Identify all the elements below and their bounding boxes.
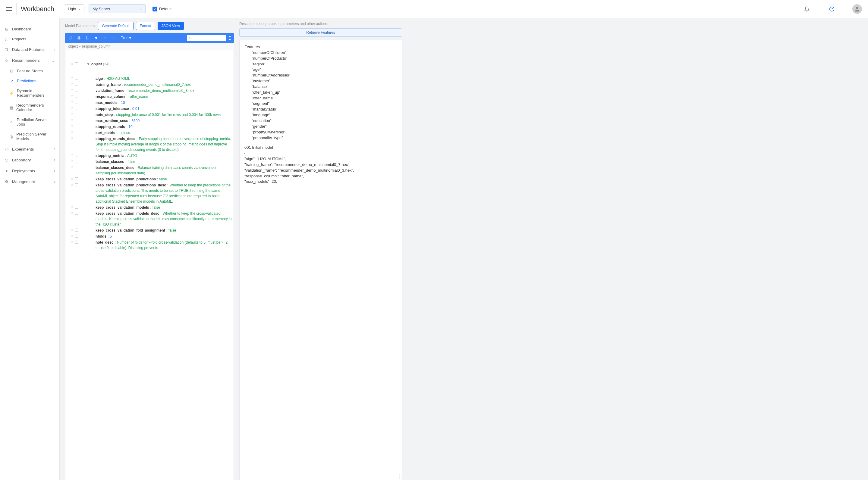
row-checkbox[interactable] — [75, 183, 78, 186]
theme-select[interactable]: Light — [64, 4, 84, 13]
expand-all-icon[interactable]: ⇵ — [67, 35, 73, 41]
json-row[interactable]: ⠿stopping_rounds:10 — [67, 124, 232, 130]
sidebar-item-data-features[interactable]: ⇅Data and Features‹ — [0, 44, 59, 55]
row-checkbox[interactable] — [75, 137, 78, 140]
server-select[interactable]: My Server — [89, 4, 146, 13]
json-row[interactable]: ⠿keep_cross_validation_models:false — [67, 204, 232, 210]
json-row[interactable]: ⠿response_column:offer_name — [67, 94, 232, 100]
json-row[interactable]: ⠿note_stop:stopping_tolerance of 0.001 f… — [67, 112, 232, 118]
json-row[interactable]: ⠿training_frame:recommender_demo_multino… — [67, 81, 232, 88]
sidebar-item-label: Experiments — [12, 147, 34, 151]
collapse-icon[interactable]: ▼ — [87, 62, 90, 66]
sidebar-item-label: Laboratory — [12, 158, 31, 162]
resize-handle[interactable]: ⋰ — [397, 475, 401, 479]
sidebar-item-management[interactable]: ⚙Management‹ — [0, 176, 59, 187]
deploy-icon: ➤ — [4, 169, 9, 173]
json-row[interactable]: ⠿stopping_metric:AUTO — [67, 153, 232, 159]
feature-item: "segment" — [244, 101, 397, 107]
row-checkbox[interactable] — [75, 241, 78, 244]
format-button[interactable]: Format — [136, 22, 155, 30]
trend-icon: ↗ — [9, 78, 14, 83]
json-row[interactable]: ⠿sort_metric:logloss — [67, 130, 232, 136]
row-checkbox[interactable] — [75, 229, 78, 232]
row-checkbox[interactable] — [75, 89, 78, 92]
bell-icon[interactable] — [802, 4, 811, 13]
search-nav-icons[interactable]: ▼▲ — [228, 36, 231, 40]
menu-icon[interactable] — [6, 6, 12, 12]
undo-icon[interactable]: ↶ — [102, 35, 108, 41]
sidebar-item-deployments[interactable]: ➤Deployments‹ — [0, 165, 59, 176]
model-line: { — [244, 150, 397, 156]
sidebar-item-feature-stores[interactable]: ⊟Feature Stores — [0, 66, 59, 76]
redo-icon[interactable]: ↷ — [110, 35, 116, 41]
row-checkbox[interactable] — [75, 107, 78, 110]
search-input[interactable] — [187, 35, 226, 41]
row-checkbox[interactable] — [75, 62, 78, 65]
row-checkbox[interactable] — [75, 113, 78, 116]
row-checkbox[interactable] — [75, 83, 78, 86]
json-row[interactable]: ⠿stopping_tolerance:0.01 — [67, 106, 232, 112]
json-row[interactable]: ⠿max_models:10 — [67, 100, 232, 106]
sidebar-item-projects[interactable]: ▢Projects — [0, 34, 59, 44]
json-row[interactable]: ⠿keep_cross_validation_predictions:false — [67, 176, 232, 182]
header-right — [802, 4, 862, 14]
json-row[interactable]: ⠿nfolds:5 — [67, 233, 232, 239]
chevron-down-icon: ⌄ — [51, 58, 55, 63]
sidebar-item-dashboard[interactable]: ⊞Dashboard — [0, 24, 59, 34]
sidebar-item-label: Recommenders — [12, 58, 40, 63]
row-checkbox[interactable] — [75, 177, 78, 180]
json-view-button[interactable]: JSON View — [158, 22, 184, 30]
filter-icon[interactable]: ▼ — [93, 35, 99, 41]
json-row[interactable]: ⠿validation_frame:recommender_demo_multi… — [67, 88, 232, 94]
breadcrumb-part[interactable]: response_column — [82, 44, 111, 48]
row-checkbox[interactable] — [75, 206, 78, 209]
sort-icon[interactable]: ⇅ — [84, 35, 90, 41]
json-row[interactable]: ⠿keep_cross_validation_fold_assignment:f… — [67, 227, 232, 233]
row-checkbox[interactable] — [75, 101, 78, 104]
sidebar-item-recommenders[interactable]: ☺Recommenders⌄ — [0, 55, 59, 66]
sidebar-item-prediction-server-jobs[interactable]: ○Prediction Server Jobs — [0, 115, 59, 129]
json-row[interactable]: ⠿keep_cross_validation_predictions_desc:… — [67, 182, 232, 204]
breadcrumb-part[interactable]: object — [68, 44, 78, 48]
sidebar-item-recommenders-calendar[interactable]: ▦Recommenders Calendar — [0, 100, 59, 115]
sidebar-item-label: Dashboard — [12, 27, 31, 31]
row-checkbox[interactable] — [75, 119, 78, 122]
sidebar-item-laboratory[interactable]: ▽Laboratory‹ — [0, 155, 59, 165]
row-checkbox[interactable] — [75, 166, 78, 169]
row-checkbox[interactable] — [75, 125, 78, 128]
json-row[interactable]: ⠿balance_classes:false — [67, 159, 232, 165]
user-avatar[interactable] — [852, 4, 862, 14]
default-checkbox[interactable]: ✓ — [153, 7, 157, 11]
help-icon[interactable] — [827, 4, 836, 13]
json-editor[interactable]: ⠿▼object {24} ⠿algo:H2O-AUTOML⠿training_… — [65, 50, 234, 480]
retrieve-features-button[interactable]: Retrieve Features — [239, 28, 402, 37]
sidebar-item-label: Recommenders Calendar — [16, 103, 55, 112]
json-row[interactable]: ⠿stopping_rounds_desc:Early stopping bas… — [67, 136, 232, 153]
json-row[interactable]: ⠿keep_cross_validation_models_desc:Wheth… — [67, 210, 232, 227]
generate-default-button[interactable]: Generate Default — [98, 22, 133, 30]
json-row[interactable]: ⠿note_desc:Number of folds for k-fold cr… — [67, 239, 232, 251]
row-checkbox[interactable] — [75, 131, 78, 134]
sidebar-item-experiments[interactable]: ◌Experiments‹ — [0, 144, 59, 155]
tree-mode-select[interactable]: Tree ▾ — [119, 35, 134, 41]
sidebar-item-predictions[interactable]: ↗Predictions — [0, 76, 59, 86]
json-row[interactable]: ⠿max_runtime_secs:3600 — [67, 118, 232, 124]
feature-item: "numberOfProducts" — [244, 56, 397, 61]
json-row[interactable]: ⠿balance_classes_desc:Balance training d… — [67, 165, 232, 176]
sidebar-item-label: Deployments — [12, 169, 35, 173]
sidebar-item-label: Data and Features — [12, 47, 44, 52]
database-icon: ⊟ — [9, 69, 14, 73]
sidebar-item-prediction-server-models[interactable]: ◎Prediction Server Models — [0, 129, 59, 144]
row-checkbox[interactable] — [75, 77, 78, 80]
row-checkbox[interactable] — [75, 160, 78, 163]
row-checkbox[interactable] — [75, 235, 78, 238]
param-label: Model Parameters: — [65, 24, 96, 28]
features-textarea[interactable]: Features "numberOfChildren""numberOfProd… — [239, 40, 402, 480]
row-checkbox[interactable] — [75, 212, 78, 215]
json-row[interactable]: ⠿algo:H2O-AUTOML — [67, 76, 232, 81]
row-checkbox[interactable] — [75, 154, 78, 157]
circles-icon: ◎ — [9, 134, 13, 139]
row-checkbox[interactable] — [75, 95, 78, 98]
sidebar-item-dynamic-recommenders[interactable]: ⚡Dynamic Recommenders — [0, 86, 59, 100]
collapse-all-icon[interactable]: ⇊ — [76, 35, 82, 41]
